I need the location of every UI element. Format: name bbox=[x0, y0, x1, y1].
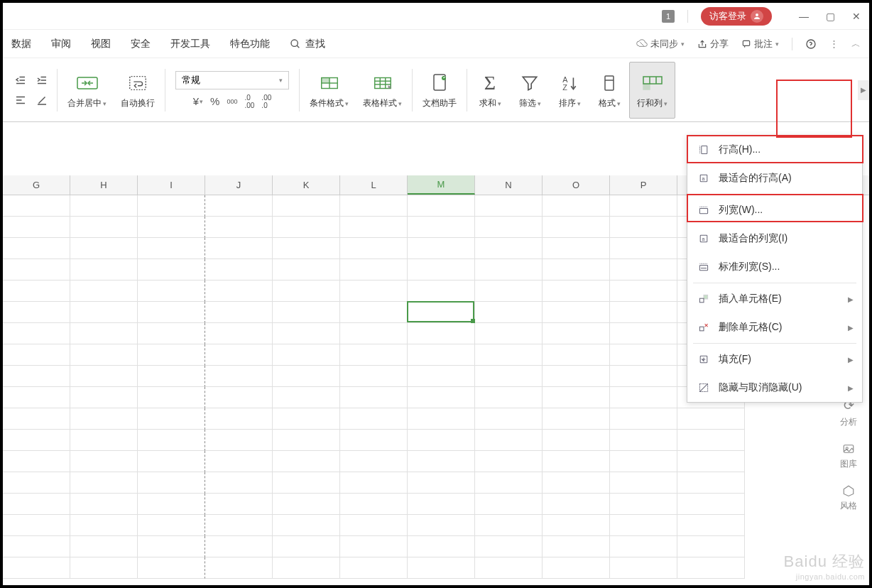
menu-devtools[interactable]: 开发工具 bbox=[170, 38, 210, 50]
cell[interactable] bbox=[340, 451, 408, 472]
sum-button[interactable]: Σ 求和 ▾ bbox=[470, 62, 510, 119]
cell[interactable] bbox=[3, 387, 70, 408]
cell[interactable] bbox=[70, 366, 138, 387]
cell[interactable] bbox=[3, 344, 70, 366]
cell[interactable] bbox=[543, 494, 610, 515]
cell[interactable] bbox=[205, 536, 273, 557]
cell[interactable] bbox=[3, 323, 70, 344]
menu-view[interactable]: 视图 bbox=[91, 38, 111, 50]
cell[interactable] bbox=[475, 515, 543, 536]
cell[interactable] bbox=[543, 451, 610, 472]
cell[interactable] bbox=[475, 408, 543, 430]
cell[interactable] bbox=[475, 217, 543, 238]
cell[interactable] bbox=[70, 515, 138, 536]
cell[interactable] bbox=[475, 195, 543, 217]
cell[interactable] bbox=[70, 217, 138, 238]
unsync-button[interactable]: 未同步▾ bbox=[636, 38, 685, 50]
auto-wrap-button[interactable]: 自动换行 bbox=[114, 62, 162, 119]
cell[interactable] bbox=[677, 494, 745, 515]
cell[interactable] bbox=[543, 302, 610, 323]
cell[interactable] bbox=[543, 515, 610, 536]
cell[interactable] bbox=[138, 515, 205, 536]
cell[interactable] bbox=[138, 323, 205, 344]
cell[interactable] bbox=[475, 557, 543, 579]
cell[interactable] bbox=[408, 557, 475, 579]
cell[interactable] bbox=[408, 451, 475, 472]
cell[interactable] bbox=[543, 217, 610, 238]
cell[interactable] bbox=[543, 238, 610, 259]
cell[interactable] bbox=[70, 494, 138, 515]
cell[interactable] bbox=[138, 536, 205, 557]
number-format-select[interactable]: 常规▾ bbox=[175, 71, 289, 89]
cell[interactable] bbox=[70, 281, 138, 302]
cell[interactable] bbox=[138, 238, 205, 259]
merge-center-button[interactable]: 合并居中 ▾ bbox=[60, 62, 114, 119]
menu-data[interactable]: 数据 bbox=[11, 38, 31, 50]
cell[interactable] bbox=[543, 472, 610, 494]
cell[interactable] bbox=[475, 451, 543, 472]
cell[interactable] bbox=[340, 323, 408, 344]
cell[interactable] bbox=[70, 430, 138, 451]
annotate-button[interactable]: 批注▾ bbox=[741, 38, 779, 50]
cell[interactable] bbox=[610, 259, 677, 281]
cell[interactable] bbox=[70, 238, 138, 259]
cell[interactable] bbox=[543, 557, 610, 579]
cell[interactable] bbox=[70, 557, 138, 579]
menu-best-col-width[interactable]: a 最适合的列宽(I) bbox=[687, 224, 862, 253]
menu-delete-cell[interactable]: 删除单元格(C) ▶ bbox=[687, 313, 862, 342]
cell[interactable] bbox=[273, 557, 340, 579]
cell[interactable] bbox=[205, 515, 273, 536]
format-button[interactable]: 格式 ▾ bbox=[589, 62, 629, 119]
cell[interactable] bbox=[3, 472, 70, 494]
cell[interactable] bbox=[205, 557, 273, 579]
cell[interactable] bbox=[340, 238, 408, 259]
cell[interactable] bbox=[408, 408, 475, 430]
cell[interactable] bbox=[475, 238, 543, 259]
menu-special[interactable]: 特色功能 bbox=[230, 38, 270, 50]
cell[interactable] bbox=[340, 515, 408, 536]
cell[interactable] bbox=[543, 344, 610, 366]
more-button[interactable]: ⋮ bbox=[829, 38, 839, 49]
cell[interactable] bbox=[3, 302, 70, 323]
cell[interactable] bbox=[138, 302, 205, 323]
cell[interactable] bbox=[610, 408, 677, 430]
cell[interactable] bbox=[205, 494, 273, 515]
cell[interactable] bbox=[205, 281, 273, 302]
cell[interactable] bbox=[205, 217, 273, 238]
cell[interactable] bbox=[610, 536, 677, 557]
cell[interactable] bbox=[610, 515, 677, 536]
menu-fill[interactable]: 填充(F) ▶ bbox=[687, 345, 862, 374]
align-left-icon[interactable] bbox=[13, 92, 28, 108]
cell[interactable] bbox=[205, 259, 273, 281]
cell[interactable] bbox=[70, 451, 138, 472]
cell[interactable] bbox=[677, 430, 745, 451]
menu-insert-cell[interactable]: 插入单元格(E) ▶ bbox=[687, 285, 862, 313]
cell[interactable] bbox=[205, 408, 273, 430]
cell[interactable] bbox=[543, 195, 610, 217]
col-header-J[interactable]: J bbox=[205, 175, 273, 195]
cell[interactable] bbox=[610, 238, 677, 259]
cond-format-button[interactable]: 条件格式 ▾ bbox=[303, 62, 356, 119]
cell[interactable] bbox=[273, 259, 340, 281]
cell[interactable] bbox=[205, 387, 273, 408]
cell[interactable] bbox=[340, 195, 408, 217]
col-header-P[interactable]: P bbox=[610, 175, 677, 195]
cell[interactable] bbox=[475, 472, 543, 494]
cell[interactable] bbox=[205, 472, 273, 494]
cell[interactable] bbox=[677, 515, 745, 536]
menu-col-width[interactable]: 列宽(W)... bbox=[687, 196, 862, 224]
percent-icon[interactable]: % bbox=[210, 94, 219, 109]
cell[interactable] bbox=[138, 195, 205, 217]
cell[interactable] bbox=[543, 259, 610, 281]
cell[interactable] bbox=[273, 238, 340, 259]
menu-best-row-height[interactable]: a 最适合的行高(A) bbox=[687, 164, 862, 192]
cell[interactable] bbox=[340, 494, 408, 515]
cell[interactable] bbox=[3, 451, 70, 472]
cell[interactable] bbox=[610, 494, 677, 515]
cell[interactable] bbox=[340, 408, 408, 430]
side-gallery[interactable]: 图库 bbox=[840, 442, 857, 470]
cell[interactable] bbox=[70, 344, 138, 366]
cell[interactable] bbox=[3, 259, 70, 281]
cell[interactable] bbox=[273, 408, 340, 430]
cell[interactable] bbox=[677, 557, 745, 579]
